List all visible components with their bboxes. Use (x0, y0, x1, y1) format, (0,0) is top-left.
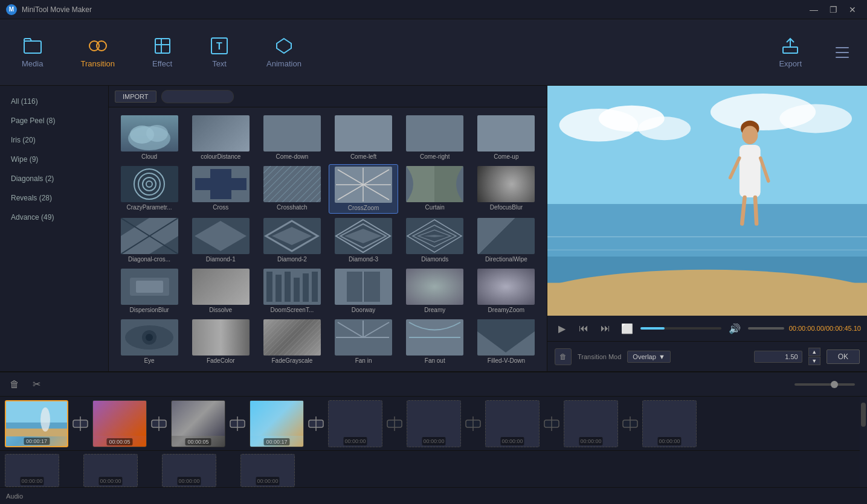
clip-small-1[interactable]: 00:00:00 (5, 454, 59, 487)
transition-crazyparametr[interactable]: CrazyParametr... (115, 164, 184, 214)
volume-slider[interactable] (748, 327, 784, 330)
transition-comeright[interactable]: Come-right (401, 113, 469, 162)
cut-button[interactable]: ✂ (28, 376, 45, 393)
panel-item-page-peel[interactable]: Page Peel (8) (0, 111, 108, 130)
secondary-track-row: 00:00:00 00:00:00 00:00:00 00:00:00 (0, 451, 860, 487)
panel-item-wipe[interactable]: Wipe (9) (0, 150, 108, 169)
transition-comeup[interactable]: Come-up (472, 113, 541, 162)
transition-label-diamonds: Diamonds (421, 256, 448, 263)
transition-connector-6[interactable] (462, 400, 484, 447)
toolbar-item-text[interactable]: T Text (200, 33, 239, 72)
transition-connector-4[interactable] (305, 400, 327, 447)
panel-item-advance[interactable]: Advance (49) (0, 208, 108, 227)
panel-item-reveals[interactable]: Reveals (28) (0, 188, 108, 208)
close-button[interactable]: ✕ (844, 3, 861, 16)
clip-empty-3[interactable]: 00:00:00 (485, 400, 540, 447)
transition-connector-5[interactable] (384, 400, 405, 447)
toolbar-item-transition[interactable]: Transition (71, 33, 124, 72)
import-button[interactable]: IMPORT (115, 91, 156, 103)
transition-colourdistance[interactable]: colourDistance (186, 113, 255, 162)
search-bar[interactable] (161, 90, 234, 103)
prev-frame-button[interactable]: ⏮ (575, 320, 592, 337)
duration-up-button[interactable]: ▲ (808, 348, 820, 356)
transition-connector-1[interactable] (69, 400, 91, 447)
zoom-slider[interactable] (794, 383, 855, 386)
fullscreen-button[interactable]: ⬜ (619, 320, 636, 337)
timeline-tracks: 00:00:17 00:00:05 (0, 397, 867, 487)
transition-crosshatch[interactable]: Crosshatch (257, 164, 326, 214)
mode-select[interactable]: Overlap ▼ (627, 351, 670, 363)
toolbar-item-animation[interactable]: Animation (257, 33, 311, 72)
clip-purple[interactable]: 00:00:05 (92, 400, 147, 447)
eye-svg (121, 319, 178, 356)
transition-filled-v-down[interactable]: Filled-V-Down (472, 317, 541, 366)
clip-empty-1[interactable]: 00:00:00 (328, 400, 382, 447)
panel-item-iris[interactable]: Iris (20) (0, 130, 108, 150)
minimize-button[interactable]: — (805, 3, 822, 16)
clip-office[interactable]: 00:00:05 (171, 400, 225, 447)
transition-connector-3[interactable] (227, 400, 248, 447)
time-display: 00:00:00.00/00:00:45.10 (789, 325, 861, 332)
toolbar-item-effect[interactable]: Effect (143, 33, 182, 72)
clip-coast[interactable]: 00:00:17 (250, 400, 304, 447)
transition-diamond2[interactable]: Diamond-2 (257, 216, 326, 264)
transition-cross[interactable]: Cross (186, 164, 255, 214)
transition-comedown[interactable]: Come-down (257, 113, 326, 162)
transition-fanin[interactable]: Fan in (329, 317, 398, 366)
panel-item-diagonals[interactable]: Diagonals (2) (0, 169, 108, 188)
clip-empty-4[interactable]: 00:00:00 (564, 400, 618, 447)
ok-button[interactable]: OK (827, 349, 860, 364)
duration-down-button[interactable]: ▼ (808, 357, 820, 365)
export-button[interactable]: Export (769, 33, 811, 72)
transition-comeleft[interactable]: Come-left (329, 113, 398, 162)
transition-doorway[interactable]: Doorway (329, 267, 398, 315)
transition-diamond1[interactable]: Diamond-1 (186, 216, 255, 264)
transition-label-diagonal-cross: Diagonal-cros... (128, 256, 170, 263)
transition-diamond3[interactable]: Diamond-3 (329, 216, 398, 264)
progress-bar[interactable] (640, 327, 721, 330)
transition-dreamy[interactable]: Dreamy (401, 267, 469, 315)
transition-connector-7[interactable] (541, 400, 562, 447)
transition-connector-icon-4 (308, 415, 324, 432)
clip-small-3[interactable]: 00:00:00 (162, 454, 216, 487)
transition-doomscreent[interactable]: DoomScreenT... (257, 267, 326, 315)
fade-gray-svg (263, 319, 321, 356)
transition-directionalwipe[interactable]: DirectionalWipe (472, 216, 541, 264)
toolbar-item-media[interactable]: Media (12, 33, 53, 72)
next-frame-button[interactable]: ⏭ (597, 320, 614, 337)
clip-small-2[interactable]: 00:00:00 (83, 454, 138, 487)
transition-curtain[interactable]: Curtain (401, 164, 469, 214)
transition-thumb-filled-v-down (477, 319, 535, 356)
transition-dispersionblur[interactable]: DispersionBlur (115, 267, 184, 315)
transition-fadecolor[interactable]: FadeColor (186, 317, 255, 366)
transition-eye[interactable]: Eye (115, 317, 184, 366)
transition-connector-8[interactable] (619, 400, 641, 447)
transition-label-dreamy: Dreamy (424, 307, 445, 313)
duration-input[interactable] (754, 351, 802, 363)
clip-small-4[interactable]: 00:00:00 (240, 454, 295, 487)
menu-button[interactable] (830, 39, 855, 66)
transition-dissolve[interactable]: Dissolve (186, 267, 255, 315)
transition-crosszoom[interactable]: CrossZoom (329, 164, 398, 214)
transition-fanout[interactable]: Fan out (401, 317, 469, 366)
panel-item-all[interactable]: All (116) (0, 92, 108, 111)
clip-empty-2[interactable]: 00:00:00 (407, 400, 461, 447)
transition-connector-2[interactable] (148, 400, 170, 447)
transition-label-crosshatch: Crosshatch (277, 204, 308, 211)
delete-transition-button[interactable]: 🗑 (555, 348, 572, 365)
transition-thumb-eye (121, 319, 178, 356)
transition-fadegrayscale[interactable]: FadeGrayscale (257, 317, 326, 366)
transition-cloud[interactable]: Cloud (115, 113, 184, 162)
volume-button[interactable]: 🔊 (726, 320, 743, 337)
play-button[interactable]: ▶ (553, 320, 570, 337)
clip-beach-selected[interactable]: 00:00:17 (5, 400, 68, 447)
timeline-scrollbar[interactable] (860, 397, 867, 487)
zoom-handle (831, 381, 838, 388)
transition-diamonds[interactable]: Diamonds (401, 216, 469, 264)
transition-defocusblur[interactable]: DefocusBlur (472, 164, 541, 214)
maximize-button[interactable]: ❐ (825, 3, 842, 16)
delete-clip-button[interactable]: 🗑 (6, 376, 23, 393)
transition-diagonal-cross[interactable]: Diagonal-cros... (115, 216, 184, 264)
clip-empty-5[interactable]: 00:00:00 (642, 400, 697, 447)
transition-dreamyzoom[interactable]: DreamyZoom (472, 267, 541, 315)
